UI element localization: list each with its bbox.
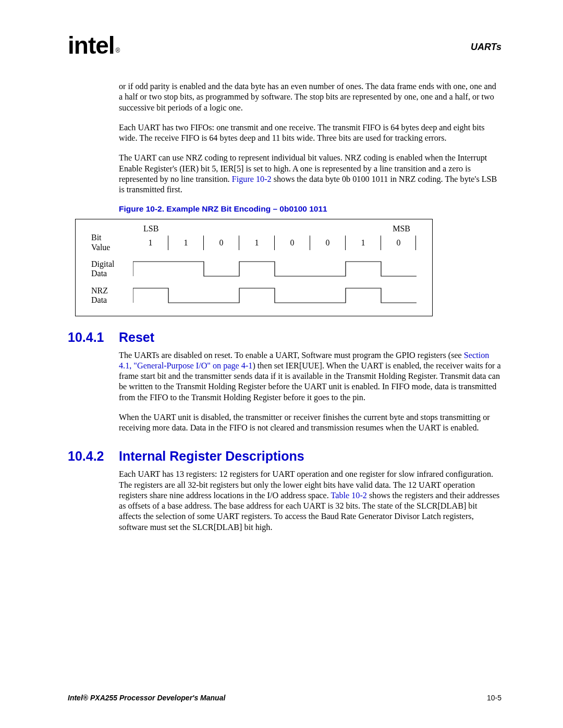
section-10-4-2-num: 10.4.2 <box>68 449 119 464</box>
digital-data-label: DigitalData <box>91 260 133 279</box>
figure-caption: Figure 10-2. Example NRZ Bit Encoding – … <box>119 204 501 214</box>
section-10-4-1-header: 10.4.1 Reset <box>68 330 501 345</box>
bit-6: 1 <box>345 236 381 250</box>
section-10-4-2-header: 10.4.2 Internal Register Descriptions <box>68 449 501 464</box>
bit-3: 1 <box>239 236 274 250</box>
section-10-4-1-num: 10.4.1 <box>68 330 119 345</box>
lsb-label: LSB <box>143 224 158 233</box>
paragraph-3: The UART can use NRZ coding to represent… <box>119 153 501 195</box>
bit-0: 1 <box>133 236 168 250</box>
msb-label: MSB <box>393 224 410 233</box>
section-1-p2: When the UART unit is disabled, the tran… <box>119 412 501 434</box>
intel-logo: intel® <box>68 31 118 59</box>
paragraph-2: Each UART has two FIFOs: one transmit an… <box>119 122 501 144</box>
bit-value-label: BitValue <box>91 233 133 252</box>
page-header-title: UARTs <box>471 42 501 53</box>
figure-10-2: BitValue LSB MSB 1 1 0 1 0 0 1 0 Digital… <box>75 219 433 316</box>
bit-4: 0 <box>274 236 310 250</box>
bit-value-row: LSB MSB 1 1 0 1 0 0 1 0 <box>133 233 417 252</box>
bit-2: 0 <box>203 236 239 250</box>
table-10-2-link[interactable]: Table 10-2 <box>331 491 367 500</box>
section-10-4-2-title: Internal Register Descriptions <box>119 449 304 464</box>
figure-10-2-link[interactable]: Figure 10-2 <box>232 175 272 184</box>
bit-1: 1 <box>168 236 203 250</box>
s1p1a: The UARTs are disabled on reset. To enab… <box>119 351 464 360</box>
bit-5: 0 <box>310 236 345 250</box>
section-2-p1: Each UART has 13 registers: 12 registers… <box>119 469 501 533</box>
bit-7: 0 <box>381 236 416 250</box>
section-10-4-1-title: Reset <box>119 330 154 345</box>
digital-waveform <box>133 261 417 277</box>
registered-mark: ® <box>116 47 120 54</box>
paragraph-1: or if odd parity is enabled and the data… <box>119 81 501 113</box>
nrz-data-label: NRZData <box>91 286 133 305</box>
logo-text: intel <box>68 32 115 59</box>
footer-page-number: 10-5 <box>487 694 501 702</box>
nrz-waveform <box>133 287 417 304</box>
footer-manual-title: Intel® PXA255 Processor Developer's Manu… <box>68 694 225 702</box>
section-1-p1: The UARTs are disabled on reset. To enab… <box>119 350 501 403</box>
